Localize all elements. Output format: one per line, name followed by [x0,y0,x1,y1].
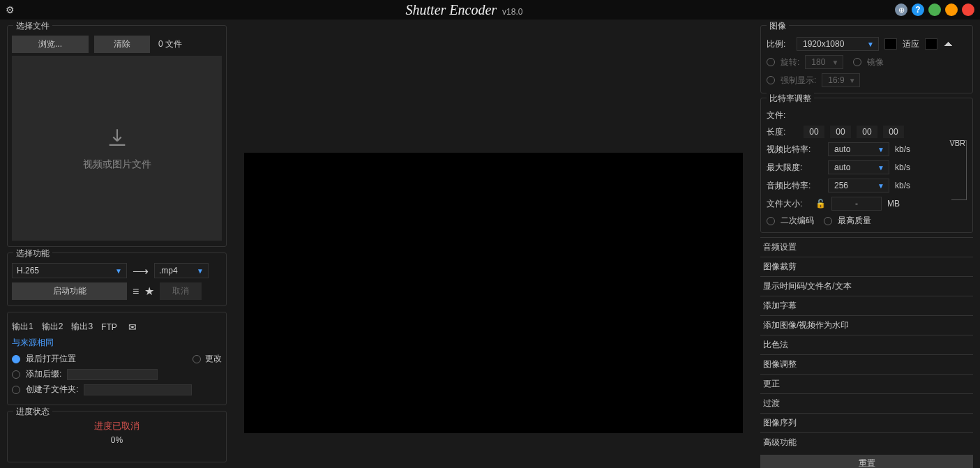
download-icon [105,126,129,150]
force-value: 16:9 [828,75,844,85]
max-bitrate-value: auto [834,163,850,172]
acc-transition[interactable]: 过渡 [760,393,973,413]
acc-advanced[interactable]: 高级功能 [760,432,973,452]
audio-bitrate-select[interactable]: 256 ▼ [828,179,889,193]
max-bitrate-select[interactable]: auto ▼ [828,160,889,174]
settings-icon[interactable]: ⚙ [6,4,15,15]
titlebar: ⚙ Shutter Encoder v18.0 ⊕ ? [0,0,980,20]
help-icon[interactable]: ? [912,3,924,16]
change-label: 更改 [205,353,222,365]
video-preview[interactable] [244,153,743,433]
force-select[interactable]: 16:9 ▼ [822,73,860,87]
acc-crop[interactable]: 图像裁剪 [760,257,973,276]
color-box-2[interactable] [925,38,937,50]
twopass-checkbox[interactable] [767,217,775,225]
cancel-button[interactable]: 取消 [160,282,202,300]
app-version: v18.0 [502,7,522,17]
acc-colorimetry[interactable]: 比色法 [760,335,973,354]
suffix-input[interactable] [67,369,158,380]
acc-subtitle[interactable]: 添加字幕 [760,296,973,315]
filesize-unit: MB [887,199,900,209]
length-ss[interactable]: 00 [857,126,877,138]
maxq-label: 最高质量 [838,215,871,227]
rotate-checkbox[interactable] [767,58,775,66]
same-source-label: 与来源相同 [12,337,222,349]
file-dropzone[interactable]: 视频或图片文件 [12,56,222,241]
maximize-button[interactable] [945,3,958,16]
reset-button[interactable]: 重置 [760,455,973,468]
lock-icon[interactable]: 🔓 [815,199,826,209]
files-section: 选择文件 浏览... 清除 0 文件 视频或图片文件 [7,25,227,247]
fit-label: 适应 [903,38,919,50]
acc-timecode[interactable]: 显示时间码/文件名/文本 [760,276,973,296]
extension-value: .mp4 [159,266,178,275]
subfolder-label: 创建子文件夹: [26,384,78,395]
minimize-button[interactable] [928,3,941,16]
max-bitrate-unit: kb/s [895,163,919,172]
output-tab-ftp[interactable]: FTP [101,322,117,332]
max-bitrate-label: 最大限度: [767,162,822,174]
queue-icon[interactable]: ≡ [133,285,139,298]
change-checkbox[interactable] [193,355,201,363]
length-ff[interactable]: 00 [883,126,904,138]
output-tab-1[interactable]: 输出1 [12,321,33,333]
codec-select[interactable]: H.265 ▼ [12,263,127,278]
open-last-checkbox[interactable] [12,355,20,363]
force-checkbox[interactable] [767,76,775,84]
favorite-icon[interactable]: ★ [144,285,154,298]
audio-bitrate-label: 音频比特率: [767,180,822,192]
file-count: 0 文件 [158,38,182,50]
mirror-checkbox[interactable] [853,58,861,66]
length-hh[interactable]: 00 [804,126,824,138]
video-bitrate-select[interactable]: auto ▼ [828,142,889,156]
mirror-label: 镜像 [867,56,884,68]
clear-button[interactable]: 清除 [94,36,150,53]
chevron-down-icon: ▼ [197,267,204,275]
filesize-input[interactable]: - [831,197,882,211]
acc-sequence[interactable]: 图像序列 [760,413,973,432]
center-panel [234,20,753,468]
mail-icon[interactable]: ✉ [128,322,137,333]
dropzone-label: 视频或图片文件 [83,158,151,171]
acc-audio[interactable]: 音频设置 [760,237,973,257]
twopass-label: 二次编码 [781,215,814,227]
acc-image-adjust[interactable]: 图像调整 [760,354,973,374]
files-section-title: 选择文件 [13,20,52,32]
start-button[interactable]: 启动功能 [12,282,127,300]
chevron-down-icon: ▼ [867,40,874,48]
suffix-checkbox[interactable] [12,370,20,379]
function-section: 选择功能 H.265 ▼ ⟶ .mp4 ▼ 启动功能 ≡ ★ 取消 [7,252,227,306]
chevron-down-icon: ▼ [849,77,856,84]
app-title: Shutter Encoder [406,2,497,18]
subfolder-input[interactable] [84,384,192,395]
arrow-right-icon: ⟶ [133,264,149,278]
color-box[interactable] [884,38,897,50]
bitrate-section: 比特率调整 文件: 长度: 00 00 00 00 视频比特率: auto ▼ … [760,98,973,233]
vbr-label: VBR [949,139,965,147]
scale-value: 1920x1080 [803,39,844,49]
scale-select[interactable]: 1920x1080 ▼ [797,37,879,51]
acc-correction[interactable]: 更正 [760,374,973,393]
force-label: 强制显示: [781,75,816,86]
acc-watermark[interactable]: 添加图像/视频作为水印 [760,315,973,335]
rotate-label: 旋转: [781,56,799,68]
maxq-checkbox[interactable] [824,217,832,225]
progress-status: 进度已取消 [12,420,222,432]
extension-select[interactable]: .mp4 ▼ [154,263,209,278]
scale-label: 比例: [767,38,791,50]
output-tab-2[interactable]: 输出2 [42,321,63,333]
subfolder-checkbox[interactable] [12,386,20,394]
length-mm[interactable]: 00 [830,126,851,138]
progress-section: 进度状态 进度已取消 0% [7,411,227,462]
audio-bitrate-value: 256 [834,181,848,190]
suffix-label: 添加后缀: [26,368,61,380]
rotate-select[interactable]: 180 ▼ [805,55,843,69]
close-button[interactable] [962,3,974,16]
video-bitrate-unit: kb/s [895,144,919,154]
video-bitrate-value: auto [834,144,850,154]
globe-icon[interactable]: ⊕ [895,3,907,16]
output-tab-3[interactable]: 输出3 [71,321,93,333]
browse-button[interactable]: 浏览... [12,36,89,53]
crop-target-icon[interactable]: ⏶ [943,38,954,50]
bitrate-section-title: 比特率调整 [767,93,814,105]
